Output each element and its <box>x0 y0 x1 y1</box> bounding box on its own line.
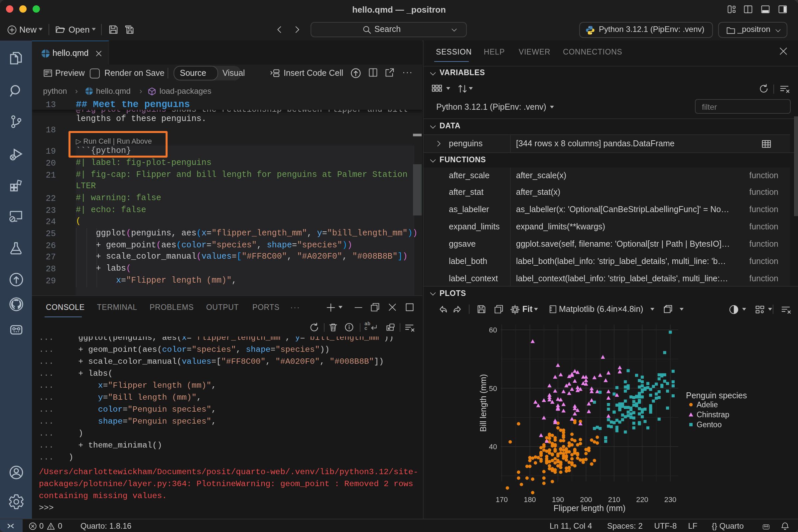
svg-text:210: 210 <box>608 495 620 504</box>
svg-text:180: 180 <box>524 495 536 504</box>
svg-text:Bill length (mm): Bill length (mm) <box>478 374 488 432</box>
svg-text:Flipper length (mm): Flipper length (mm) <box>553 504 625 513</box>
svg-text:Adelie: Adelie <box>696 400 718 409</box>
svg-text:40: 40 <box>489 442 497 451</box>
svg-text:230: 230 <box>664 495 676 504</box>
svg-text:200: 200 <box>580 495 592 504</box>
svg-text:50: 50 <box>489 384 497 393</box>
svg-text:Gentoo: Gentoo <box>696 420 721 429</box>
svg-text:Chinstrap: Chinstrap <box>696 410 729 419</box>
svg-text:Penguin species: Penguin species <box>686 391 746 400</box>
svg-text:190: 190 <box>552 495 564 504</box>
svg-text:60: 60 <box>489 326 497 334</box>
svg-text:170: 170 <box>495 495 508 504</box>
svg-text:220: 220 <box>636 495 648 504</box>
